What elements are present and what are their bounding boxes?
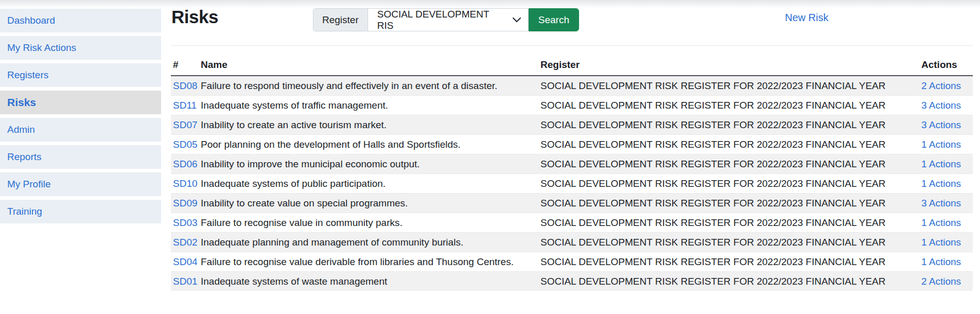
table-row: SD03 Failure to recognise value in commu… (171, 213, 973, 233)
sidebar-item-label: Dashboard (7, 15, 55, 26)
table-row: SD01 Inadequate systems of waste managem… (171, 272, 973, 291)
sidebar-item-reports[interactable]: Reports (0, 145, 161, 169)
risks-table: # Name Register Actions SD08 Failure to … (171, 45, 973, 291)
risk-register-cell: SOCIAL DEVELOPMENT RISK REGISTER FOR 202… (540, 115, 921, 135)
risk-code-cell: SD01 (171, 272, 201, 291)
risk-code-link[interactable]: SD06 (173, 159, 198, 169)
page-top-gradient (0, 0, 980, 8)
risk-actions-cell: 1 Actions (921, 213, 973, 233)
risk-code-cell: SD03 (171, 213, 201, 233)
risk-register-cell: SOCIAL DEVELOPMENT RISK REGISTER FOR 202… (540, 213, 921, 233)
actions-count-link[interactable]: 1 Actions (921, 139, 961, 150)
risk-register-cell: SOCIAL DEVELOPMENT RISK REGISTER FOR 202… (540, 233, 921, 252)
actions-count-link[interactable]: 2 Actions (921, 80, 961, 91)
column-header-actions: Actions (921, 46, 973, 76)
table-row: SD08 Failure to respond timeously and ef… (171, 76, 973, 96)
risk-code-cell: SD04 (171, 252, 201, 272)
risk-name-cell: Inadequate systems of traffic management… (201, 96, 540, 115)
sidebar-item-label: Registers (7, 69, 48, 81)
risk-code-cell: SD02 (171, 233, 201, 252)
risk-actions-cell: 1 Actions (921, 154, 973, 174)
sidebar: Dashboard My Risk Actions Registers Risk… (0, 9, 161, 227)
actions-count-link[interactable]: 3 Actions (921, 100, 961, 111)
risk-actions-cell: 3 Actions (921, 96, 973, 115)
risk-code-link[interactable]: SD01 (173, 276, 198, 287)
actions-count-link[interactable]: 2 Actions (921, 276, 961, 287)
table-row: SD05 Poor planning on the development of… (171, 135, 973, 154)
column-header-code: # (171, 46, 201, 76)
risk-register-cell: SOCIAL DEVELOPMENT RISK REGISTER FOR 202… (540, 174, 921, 194)
table-row: SD10 Inadequate systems of public partic… (171, 174, 973, 194)
sidebar-item-my-profile[interactable]: My Profile (0, 172, 161, 196)
actions-count-link[interactable]: 3 Actions (921, 198, 961, 208)
risk-code-link[interactable]: SD07 (173, 119, 198, 130)
risk-name-cell: Inadequate systems of waste management (201, 272, 540, 291)
risk-actions-cell: 1 Actions (921, 174, 973, 194)
table-row: SD02 Inadequate planning and management … (171, 233, 973, 252)
table-header-row: # Name Register Actions (171, 46, 973, 76)
risk-register-cell: SOCIAL DEVELOPMENT RISK REGISTER FOR 202… (540, 154, 921, 174)
table-row: SD11 Inadequate systems of traffic manag… (171, 96, 973, 115)
risk-name-cell: Inability to improve the municipal econo… (201, 154, 540, 174)
sidebar-item-label: Risks (7, 96, 36, 109)
risk-actions-cell: 3 Actions (921, 115, 973, 135)
sidebar-item-my-risk-actions[interactable]: My Risk Actions (0, 36, 161, 60)
sidebar-item-dashboard[interactable]: Dashboard (0, 9, 161, 32)
sidebar-item-label: Training (7, 206, 42, 217)
risk-name-cell: Inability to create value on special pro… (201, 194, 540, 213)
risk-name-cell: Inability to create an active tourism ma… (201, 115, 540, 135)
risk-code-link[interactable]: SD09 (173, 198, 198, 208)
table-row: SD06 Inability to improve the municipal … (171, 154, 973, 174)
risk-code-link[interactable]: SD05 (173, 139, 198, 150)
sidebar-item-label: Reports (7, 151, 42, 163)
column-header-name: Name (201, 46, 540, 76)
risk-code-link[interactable]: SD03 (173, 217, 198, 228)
risk-code-link[interactable]: SD04 (173, 256, 198, 267)
actions-count-link[interactable]: 1 Actions (921, 159, 961, 169)
sidebar-item-label: Admin (7, 124, 35, 135)
risk-actions-cell: 1 Actions (921, 252, 973, 272)
page-title: Risks (171, 7, 218, 27)
risk-code-cell: SD10 (171, 174, 201, 194)
sidebar-item-admin[interactable]: Admin (0, 118, 161, 142)
risk-code-link[interactable]: SD02 (173, 237, 198, 248)
risk-code-cell: SD08 (171, 76, 201, 96)
risk-code-link[interactable]: SD10 (173, 178, 198, 189)
register-search-group: Register SOCIAL DEVELOPMENT RIS Search (313, 8, 579, 31)
sidebar-item-risks[interactable]: Risks (0, 91, 161, 114)
sidebar-item-training[interactable]: Training (0, 200, 161, 223)
table-row: SD04 Failure to recognise value derivabl… (171, 252, 973, 272)
risk-code-cell: SD06 (171, 154, 201, 174)
risk-register-cell: SOCIAL DEVELOPMENT RISK REGISTER FOR 202… (540, 194, 921, 213)
actions-count-link[interactable]: 3 Actions (921, 119, 961, 130)
new-risk-link[interactable]: New Risk (785, 12, 828, 24)
risk-name-cell: Failure to recognise value derivable fro… (201, 252, 540, 272)
risk-register-cell: SOCIAL DEVELOPMENT RISK REGISTER FOR 202… (540, 96, 921, 115)
risk-actions-cell: 1 Actions (921, 233, 973, 252)
risk-actions-cell: 2 Actions (921, 76, 973, 96)
risk-code-link[interactable]: SD11 (173, 100, 197, 111)
search-button[interactable]: Search (529, 8, 579, 31)
risk-name-cell: Poor planning on the development of Hall… (201, 135, 540, 154)
chevron-down-icon (513, 18, 521, 23)
register-select-value: SOCIAL DEVELOPMENT RIS (377, 9, 507, 31)
register-select[interactable]: SOCIAL DEVELOPMENT RIS (368, 8, 529, 31)
actions-count-link[interactable]: 1 Actions (921, 178, 961, 189)
risk-register-cell: SOCIAL DEVELOPMENT RISK REGISTER FOR 202… (540, 135, 921, 154)
risk-actions-cell: 2 Actions (921, 272, 973, 291)
actions-count-link[interactable]: 1 Actions (921, 237, 961, 248)
risk-actions-cell: 1 Actions (921, 135, 973, 154)
sidebar-item-label: My Profile (7, 179, 50, 190)
actions-count-link[interactable]: 1 Actions (921, 256, 961, 267)
risk-code-cell: SD07 (171, 115, 201, 135)
risk-register-cell: SOCIAL DEVELOPMENT RISK REGISTER FOR 202… (540, 252, 921, 272)
sidebar-item-registers[interactable]: Registers (0, 63, 161, 87)
risk-name-cell: Inadequate systems of public participati… (201, 174, 540, 194)
risk-code-link[interactable]: SD08 (173, 80, 198, 91)
risk-code-cell: SD05 (171, 135, 201, 154)
register-addon-label: Register (313, 8, 368, 31)
risk-code-cell: SD11 (171, 96, 201, 115)
risk-actions-cell: 3 Actions (921, 194, 973, 213)
actions-count-link[interactable]: 1 Actions (921, 217, 961, 228)
sidebar-item-label: My Risk Actions (7, 42, 76, 54)
